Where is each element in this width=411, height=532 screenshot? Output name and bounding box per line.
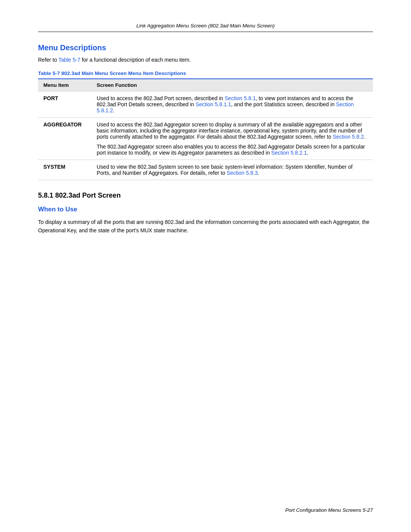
page-footer: Port Configuration Menu Screens 5-27 — [285, 507, 373, 513]
system-label: SYSTEM — [38, 160, 91, 180]
table-row-aggregator: AGGREGATOR Used to access the 802.3ad Ag… — [38, 118, 373, 160]
table-row-port: PORT Used to access the 802.3ad Port scr… — [38, 91, 373, 118]
section-581-link[interactable]: Section 5.8.1 — [225, 95, 256, 101]
footer-text: Port Configuration Menu Screens 5-27 — [285, 507, 373, 513]
intro-paragraph: Refer to Table 5-7 for a functional desc… — [38, 57, 373, 63]
section-583-link[interactable]: Section 5.8.3 — [227, 170, 258, 176]
table-title: Table 5-7 802.3ad Main Menu Screen Menu … — [38, 70, 373, 76]
intro-text-after: for a functional description of each men… — [80, 57, 191, 63]
table-header-row: Menu Item Screen Function — [38, 79, 373, 91]
when-to-use-body: To display a summary of all the ports th… — [38, 218, 373, 235]
menu-descriptions-heading: Menu Descriptions — [38, 43, 373, 52]
page-header: Link Aggregation Menu Screen (802.3ad Ma… — [38, 23, 373, 32]
system-description: Used to view the 802.3ad System screen t… — [91, 160, 373, 180]
aggregator-description: Used to access the 802.3ad Aggregator sc… — [91, 118, 373, 160]
section-5811-link[interactable]: Section 5.8.1.1 — [196, 101, 231, 107]
section-581-heading: 5.8.1 802.3ad Port Screen — [38, 192, 373, 200]
table-5-7-link[interactable]: Table 5-7 — [58, 57, 80, 63]
intro-text-before: Refer to — [38, 57, 58, 63]
port-description: Used to access the 802.3ad Port screen, … — [91, 91, 373, 118]
section-5821-link[interactable]: Section 5.8.2.1 — [271, 150, 307, 156]
port-label: PORT — [38, 91, 91, 118]
menu-descriptions-table: Menu Item Screen Function PORT Used to a… — [38, 78, 373, 180]
header-title: Link Aggregation Menu Screen (802.3ad Ma… — [136, 23, 274, 29]
col-header-screen-function: Screen Function — [91, 79, 373, 91]
col-header-menu-item: Menu Item — [38, 79, 91, 91]
aggregator-label: AGGREGATOR — [38, 118, 91, 160]
table-row-system: SYSTEM Used to view the 802.3ad System s… — [38, 160, 373, 180]
section-582-link[interactable]: Section 5.8.2 — [333, 134, 364, 140]
when-to-use-heading: When to Use — [38, 206, 373, 213]
